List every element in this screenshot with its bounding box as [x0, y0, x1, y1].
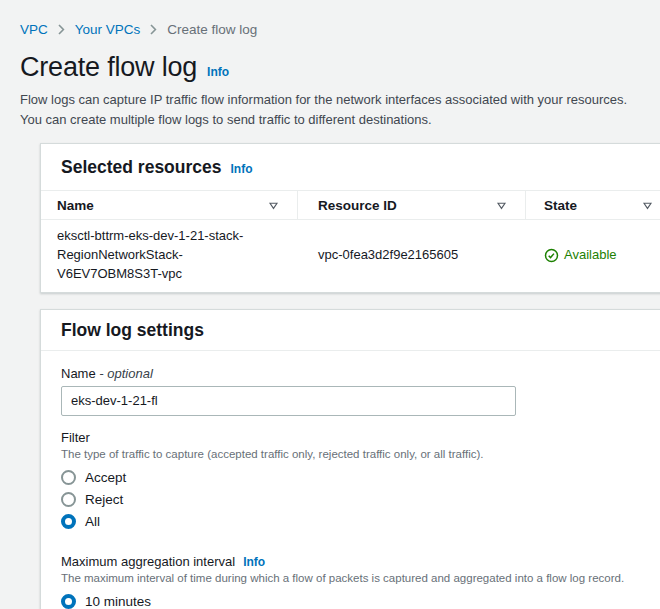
filter-radio-group: Accept Reject All: [61, 467, 641, 533]
flow-log-settings-title: Flow log settings: [61, 320, 204, 341]
radio-option-all[interactable]: All: [61, 511, 641, 533]
flow-log-settings-card: Flow log settings Name - optional Filter: [40, 309, 660, 609]
page-title-info-link[interactable]: Info: [207, 65, 229, 79]
check-circle-icon: [544, 248, 559, 263]
column-header-name: Name: [57, 198, 94, 213]
aggregation-group: Maximum aggregation interval Info The ma…: [61, 554, 641, 609]
table-row[interactable]: eksctl-bttrm-eks-dev-1-21-stack-RegionNe…: [41, 219, 660, 292]
selected-resources-info-link[interactable]: Info: [231, 162, 253, 176]
column-header-resource-id: Resource ID: [318, 198, 397, 213]
breadcrumb-link-vpc[interactable]: VPC: [20, 22, 48, 37]
radio-label: 10 minutes: [85, 594, 151, 609]
radio-icon[interactable]: [61, 492, 76, 507]
breadcrumb-current: Create flow log: [167, 22, 257, 37]
sort-icon[interactable]: [496, 200, 507, 211]
page-title: Create flow log: [20, 52, 197, 83]
filter-group: Filter The type of traffic to capture (a…: [61, 430, 641, 533]
radio-option-reject[interactable]: Reject: [61, 489, 641, 511]
filter-label: Filter: [61, 430, 641, 445]
page-description: Flow logs can capture IP traffic flow in…: [20, 90, 644, 129]
sort-icon[interactable]: [642, 200, 653, 211]
breadcrumb-link-your-vpcs[interactable]: Your VPCs: [75, 22, 141, 37]
aggregation-info-link[interactable]: Info: [243, 555, 265, 569]
table-header-row: Name Resource ID State: [41, 190, 660, 219]
name-label-text: Name: [61, 366, 96, 381]
radio-label: All: [85, 514, 100, 529]
sort-icon[interactable]: [268, 200, 279, 211]
aggregation-description: The maximum interval of time during whic…: [61, 572, 641, 584]
breadcrumb: VPC Your VPCs Create flow log: [20, 22, 660, 37]
aggregation-label: Maximum aggregation interval Info: [61, 554, 641, 569]
chevron-right-icon: [149, 24, 158, 35]
radio-option-accept[interactable]: Accept: [61, 467, 641, 489]
cell-name: eksctl-bttrm-eks-dev-1-21-stack-RegionNe…: [41, 227, 298, 284]
filter-label-text: Filter: [61, 430, 90, 445]
chevron-right-icon: [57, 24, 66, 35]
selected-resources-title: Selected resources: [61, 157, 222, 178]
create-flow-log-page: VPC Your VPCs Create flow log Create flo…: [0, 0, 660, 609]
status-text: Available: [564, 246, 617, 265]
radio-option-10-minutes[interactable]: 10 minutes: [61, 591, 641, 609]
radio-label: Reject: [85, 492, 123, 507]
radio-selected-icon[interactable]: [61, 514, 76, 529]
resource-id-text: vpc-0fea3d2f9e2165605: [318, 246, 458, 265]
status-badge: Available: [544, 246, 617, 265]
cell-state: Available: [526, 227, 660, 284]
aggregation-label-text: Maximum aggregation interval: [61, 554, 235, 569]
column-header-state: State: [544, 198, 577, 213]
cell-resource-id: vpc-0fea3d2f9e2165605: [298, 227, 526, 284]
selected-resources-card: Selected resources Info Name Resource ID: [40, 143, 660, 293]
name-field-label: Name - optional: [61, 366, 641, 381]
aggregation-radio-group: 10 minutes 1 minute: [61, 591, 641, 609]
radio-label: Accept: [85, 470, 126, 485]
filter-description: The type of traffic to capture (accepted…: [61, 448, 641, 460]
name-field-group: Name - optional: [61, 366, 641, 416]
flow-log-name-input[interactable]: [61, 386, 516, 416]
optional-label: - optional: [99, 366, 152, 381]
radio-icon[interactable]: [61, 470, 76, 485]
radio-selected-icon[interactable]: [61, 594, 76, 609]
